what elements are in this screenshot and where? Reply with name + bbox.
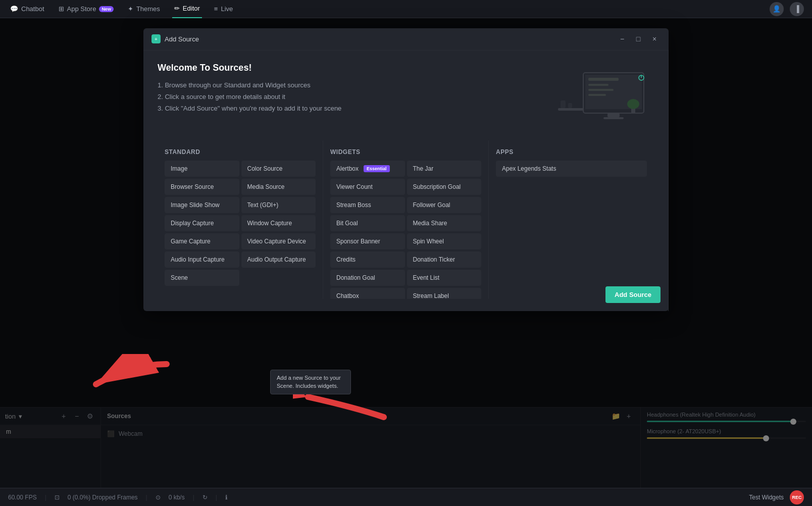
- widget-stream-label[interactable]: Stream Label: [407, 288, 482, 299]
- sep3: |: [193, 494, 194, 501]
- source-image[interactable]: Image: [165, 161, 239, 177]
- welcome-title: Welcome To Sources!: [158, 63, 543, 73]
- app-apex-legends[interactable]: Apex Legends Stats: [496, 161, 647, 177]
- user-avatar[interactable]: 👤: [770, 2, 784, 16]
- sep1: |: [45, 494, 46, 501]
- modal-controls: − □ ×: [616, 33, 661, 45]
- svg-rect-10: [568, 103, 572, 108]
- widget-donation-goal[interactable]: Donation Goal: [330, 270, 405, 286]
- chatbot-icon: 💬: [10, 5, 18, 13]
- source-display-capture[interactable]: Display Capture: [165, 215, 239, 231]
- nav-appstore-label: App Store: [67, 5, 96, 13]
- modal-title: Add Source: [165, 35, 199, 43]
- svg-rect-3: [588, 84, 608, 86]
- widget-chatbox[interactable]: Chatbox: [330, 288, 405, 299]
- widget-bit-goal[interactable]: Bit Goal: [330, 215, 405, 231]
- welcome-text: Welcome To Sources! 1. Browse through ou…: [158, 63, 543, 128]
- apps-items: Apex Legends Stats: [496, 161, 647, 177]
- test-widgets-button[interactable]: Test Widgets: [749, 494, 784, 501]
- standard-column: Standard Image Color Source Browser Sour…: [158, 140, 323, 299]
- widget-spin-wheel[interactable]: Spin Wheel: [407, 233, 482, 249]
- source-audio-output-capture[interactable]: Audio Output Capture: [241, 251, 316, 268]
- source-text-gdi[interactable]: Text (GDI+): [241, 197, 316, 213]
- widgets-label: Widgets: [330, 148, 481, 156]
- source-image-slide-show[interactable]: Image Slide Show: [165, 197, 239, 213]
- bottom-bar: 60.00 FPS | ⊡ 0 (0.0%) Dropped Frames | …: [0, 488, 812, 506]
- standard-label: Standard: [165, 148, 316, 156]
- source-color-source[interactable]: Color Source: [241, 161, 316, 177]
- modal-titlebar: + Add Source − □ ×: [143, 28, 669, 50]
- standard-items: Image Color Source Browser Source Media …: [165, 161, 316, 286]
- editor-icon: ✏: [174, 5, 180, 12]
- welcome-header: Welcome To Sources! 1. Browse through ou…: [158, 63, 654, 128]
- illustration-svg: [553, 63, 654, 128]
- widget-the-jar[interactable]: The Jar: [407, 161, 482, 177]
- svg-rect-6: [607, 113, 620, 117]
- welcome-section: Welcome To Sources! 1. Browse through ou…: [143, 50, 669, 311]
- welcome-step-3: 3. Click "Add Source" when you're ready …: [158, 105, 543, 112]
- widget-donation-ticker[interactable]: Donation Ticker: [407, 251, 482, 268]
- widget-credits[interactable]: Credits: [330, 251, 405, 268]
- svg-rect-4: [588, 89, 614, 91]
- nav-chatbot[interactable]: 💬 Chatbot: [8, 0, 46, 18]
- svg-rect-7: [603, 117, 624, 119]
- widget-alertbox[interactable]: Alertbox Essential: [330, 161, 405, 177]
- widget-media-share[interactable]: Media Share: [407, 215, 482, 231]
- minimize-button[interactable]: −: [616, 33, 628, 45]
- source-video-capture-device[interactable]: Video Capture Device: [241, 233, 316, 249]
- add-source-button[interactable]: Add Source: [605, 286, 661, 303]
- sep2: |: [146, 494, 147, 501]
- nav-themes-label: Themes: [136, 5, 160, 13]
- svg-rect-2: [588, 78, 619, 81]
- bottom-right: Test Widgets REC: [749, 490, 804, 504]
- canvas-area: + Add Source − □ × Welcome To Sources!: [0, 18, 812, 488]
- source-game-capture[interactable]: Game Capture: [165, 233, 239, 249]
- source-scene[interactable]: Scene: [165, 270, 239, 286]
- essential-badge: Essential: [364, 165, 390, 172]
- add-source-tooltip: Add a new Source to your Scene. Includes…: [270, 370, 351, 394]
- welcome-step-2: 2. Click a source to get more details ab…: [158, 93, 543, 100]
- nav-editor[interactable]: ✏ Editor: [172, 0, 202, 18]
- rec-badge: REC: [790, 490, 804, 504]
- widget-stream-boss[interactable]: Stream Boss: [330, 197, 405, 213]
- svg-rect-8: [558, 108, 583, 111]
- nav-live-label: Live: [221, 5, 233, 13]
- apps-column: Apps Apex Legends Stats: [489, 140, 654, 299]
- kb-label: 0 kb/s: [169, 494, 185, 501]
- widgets-column: Widgets Alertbox Essential The Jar Viewe…: [323, 140, 489, 299]
- source-window-capture[interactable]: Window Capture: [241, 215, 316, 231]
- upload-icon: ⊙: [156, 494, 161, 501]
- close-button[interactable]: ×: [648, 33, 661, 45]
- svg-rect-5: [588, 94, 606, 96]
- nav-live[interactable]: ≡ Live: [212, 0, 235, 18]
- topnav-right: 👤 ▐: [770, 2, 804, 16]
- alertbox-label: Alertbox: [336, 165, 359, 172]
- add-source-modal: + Add Source − □ × Welcome To Sources!: [143, 28, 669, 311]
- widget-subscription-goal[interactable]: Subscription Goal: [407, 179, 482, 195]
- source-media-source[interactable]: Media Source: [241, 179, 316, 195]
- nav-themes[interactable]: ✦ Themes: [126, 0, 162, 18]
- tooltip-text: Add a new Source to your Scene. Includes…: [277, 375, 341, 388]
- svg-rect-9: [561, 100, 566, 108]
- maximize-button[interactable]: □: [632, 33, 644, 45]
- welcome-illustration: [553, 63, 654, 128]
- widget-event-list[interactable]: Event List: [407, 270, 482, 286]
- appstore-icon: ⊞: [59, 5, 64, 13]
- sep4: |: [216, 494, 217, 501]
- svg-point-12: [627, 99, 639, 109]
- monitor-icon: ⊡: [55, 494, 60, 501]
- nav-editor-label: Editor: [183, 5, 200, 12]
- widget-sponsor-banner[interactable]: Sponsor Banner: [330, 233, 405, 249]
- apps-label: Apps: [496, 148, 647, 156]
- sources-grid: Standard Image Color Source Browser Sour…: [158, 140, 654, 299]
- source-browser-source[interactable]: Browser Source: [165, 179, 239, 195]
- nav-appstore[interactable]: ⊞ App Store New: [57, 0, 116, 18]
- widget-follower-goal[interactable]: Follower Goal: [407, 197, 482, 213]
- info-icon: ℹ: [225, 494, 228, 501]
- modal-body: Welcome To Sources! 1. Browse through ou…: [143, 50, 669, 311]
- dropped-frames-label: 0 (0.0%) Dropped Frames: [68, 494, 138, 501]
- modal-icon: +: [151, 34, 161, 43]
- welcome-step-1: 1. Browse through our Standard and Widge…: [158, 81, 543, 89]
- source-audio-input-capture[interactable]: Audio Input Capture: [165, 251, 239, 268]
- widget-viewer-count[interactable]: Viewer Count: [330, 179, 405, 195]
